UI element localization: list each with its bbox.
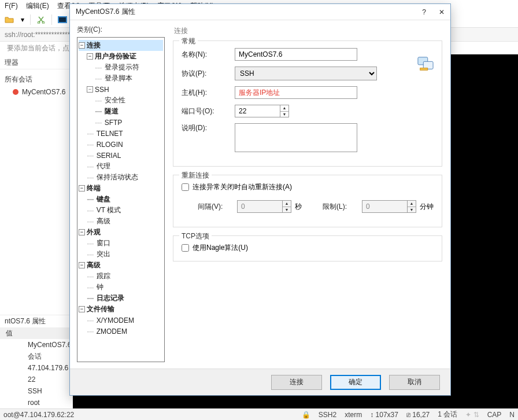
desc-textarea[interactable] <box>235 123 357 152</box>
tree-auth[interactable]: −用户身份验证 <box>79 51 163 62</box>
lock-icon: 🔒 <box>302 411 310 419</box>
tree-appearance[interactable]: −外观 <box>79 227 163 238</box>
help-icon[interactable]: ? <box>422 8 426 16</box>
spin-up-icon: ▲ <box>283 201 291 207</box>
tree-telnet[interactable]: ·····TELNET <box>79 128 163 139</box>
separator <box>30 14 31 25</box>
tree-z[interactable]: ·····ZMODEM <box>79 326 163 337</box>
tree-tunnel[interactable]: ·····隧道 <box>79 106 163 117</box>
session-item-label: MyCentOS7.6 <box>22 88 65 96</box>
tree-ssh[interactable]: −SSH <box>79 84 163 95</box>
section-title-connect: 连接 <box>174 26 442 36</box>
interval-unit: 秒 <box>295 202 302 212</box>
limit-input <box>362 200 407 213</box>
tree-rlogin[interactable]: ·····RLOGIN <box>79 139 163 150</box>
port-spinner[interactable]: ▲▼ <box>235 105 289 117</box>
tree-keepalive[interactable]: ·····保持活动状态 <box>79 172 163 183</box>
form-panel: 连接 常规 名称(N): 协议(P): SSH 主机(H): <box>167 20 450 369</box>
cancel-button[interactable]: 取消 <box>389 375 440 390</box>
port-input[interactable] <box>235 105 280 117</box>
limit-label: 限制(L): <box>323 202 358 212</box>
properties-title: ntOS7.6 属性 <box>0 315 73 327</box>
tree-xy[interactable]: ·····X/YMODEM <box>79 315 163 326</box>
status-cap: CAP <box>487 411 502 419</box>
tree-login-prompt[interactable]: ·····登录提示符 <box>79 62 163 73</box>
interval-label: 间隔(V): <box>198 202 234 212</box>
protocol-select[interactable]: SSH <box>235 67 377 80</box>
dialog-title: MyCentOS7.6 属性 <box>76 7 135 17</box>
spin-down-icon[interactable]: ▼ <box>280 112 288 117</box>
group-tcp-legend: TCP选项 <box>179 231 212 241</box>
dialog-titlebar[interactable]: MyCentOS7.6 属性 ? ✕ <box>70 4 450 20</box>
connect-button[interactable]: 连接 <box>271 375 322 390</box>
tree-window[interactable]: ·····窗口 <box>79 238 163 249</box>
properties-column-header: 值 <box>0 327 73 339</box>
properties-panel: ntOS7.6 属性 值 MyCentOS7.6 会话 47.104.179.6… <box>0 315 73 408</box>
session-manager-title: 理器 <box>0 54 73 69</box>
status-size: ↕ 107x37 <box>370 411 398 419</box>
tree-highlight[interactable]: ·····突出 <box>79 249 163 260</box>
prop-name: MyCentOS7.6 <box>0 339 73 351</box>
spin-down-icon: ▼ <box>283 207 291 213</box>
tree-login-script[interactable]: ·····登录脚本 <box>79 73 163 84</box>
nagle-label: 使用Nagle算法(U) <box>193 243 248 253</box>
close-icon[interactable]: ✕ <box>439 8 445 16</box>
status-bar: oot@47.104.179.62:22 🔒 SSH2 xterm ↕ 107x… <box>0 408 518 420</box>
svg-rect-3 <box>59 17 66 22</box>
tree-sftp[interactable]: ·····SFTP <box>79 117 163 128</box>
group-tcp: TCP选项 使用Nagle算法(U) <box>173 235 442 261</box>
session-list: 所有会话 MyCentOS7.6 <box>0 69 73 98</box>
group-general-legend: 常规 <box>179 36 198 46</box>
tree-adv1[interactable]: ·····高级 <box>79 216 163 227</box>
category-label: 类别(C): <box>77 25 165 35</box>
tree-advanced[interactable]: −高级 <box>79 260 163 271</box>
auto-reconnect-checkbox[interactable] <box>182 183 189 191</box>
name-input[interactable] <box>235 48 357 61</box>
category-tree[interactable]: −连接 −用户身份验证 ·····登录提示符 ·····登录脚本 −SSH ··… <box>77 37 165 362</box>
host-label: 主机(H): <box>182 88 235 98</box>
folder-open-icon[interactable] <box>3 14 15 25</box>
menu-file[interactable]: F(F) <box>2 1 20 10</box>
prop-protocol: SSH <box>0 385 73 397</box>
nagle-checkbox[interactable] <box>182 244 189 252</box>
protocol-label: 协议(P): <box>182 69 235 79</box>
group-reconnect-legend: 重新连接 <box>179 171 212 180</box>
prop-user: root <box>0 397 73 408</box>
port-label: 端口号(O): <box>182 106 235 116</box>
status-n: N <box>509 411 515 419</box>
left-panel: 理器 所有会话 MyCentOS7.6 ntOS7.6 属性 值 MyCentO… <box>0 54 73 408</box>
tree-serial[interactable]: ·····SERIAL <box>79 150 163 161</box>
status-term: xterm <box>345 411 362 419</box>
session-item[interactable]: MyCentOS7.6 <box>0 86 73 98</box>
terminal-icon[interactable] <box>57 14 68 25</box>
category-tree-panel: 类别(C): −连接 −用户身份验证 ·····登录提示符 ·····登录脚本 … <box>70 20 167 369</box>
tree-proxy[interactable]: ·····代理 <box>79 161 163 172</box>
separator <box>51 14 52 25</box>
tree-log[interactable]: ·····日志记录 <box>79 293 163 304</box>
tree-file[interactable]: −文件传输 <box>79 304 163 315</box>
host-input[interactable] <box>235 86 357 99</box>
properties-dialog: MyCentOS7.6 属性 ? ✕ 类别(C): −连接 −用户身份验证 ··… <box>69 3 451 396</box>
tree-vt[interactable]: ·····VT 模式 <box>79 205 163 216</box>
status-sess: 1 会话 <box>438 410 457 419</box>
all-sessions-header[interactable]: 所有会话 <box>0 73 73 86</box>
group-general: 常规 名称(N): 协议(P): SSH 主机(H): 端口号(O): <box>173 40 442 167</box>
menu-edit[interactable]: 编辑(E) <box>24 1 51 12</box>
ok-button[interactable]: 确定 <box>330 375 381 390</box>
prop-type: 会话 <box>0 351 73 362</box>
tree-trace[interactable]: ·····跟踪 <box>79 271 163 282</box>
tree-bell[interactable]: ·····钟 <box>79 282 163 293</box>
desc-label: 说明(D): <box>182 123 235 133</box>
cut-icon[interactable] <box>35 14 47 25</box>
spin-up-icon: ▲ <box>408 201 416 207</box>
group-reconnect: 重新连接 连接异常关闭时自动重新连接(A) 间隔(V): ▲▼ 秒 限制(L): <box>173 175 442 227</box>
tree-terminal[interactable]: −终端 <box>79 183 163 194</box>
limit-unit: 分钟 <box>420 202 434 212</box>
status-arrows: ✦ ⇅ <box>465 411 479 419</box>
tree-security[interactable]: ·····安全性 <box>79 95 163 106</box>
spin-up-icon[interactable]: ▲ <box>280 105 288 112</box>
dialog-footer: 连接 确定 取消 <box>70 369 450 395</box>
tree-keyboard[interactable]: ·····键盘 <box>79 194 163 205</box>
dropdown-icon[interactable]: ▾ <box>20 14 25 25</box>
tree-connect[interactable]: −连接 <box>79 40 163 51</box>
